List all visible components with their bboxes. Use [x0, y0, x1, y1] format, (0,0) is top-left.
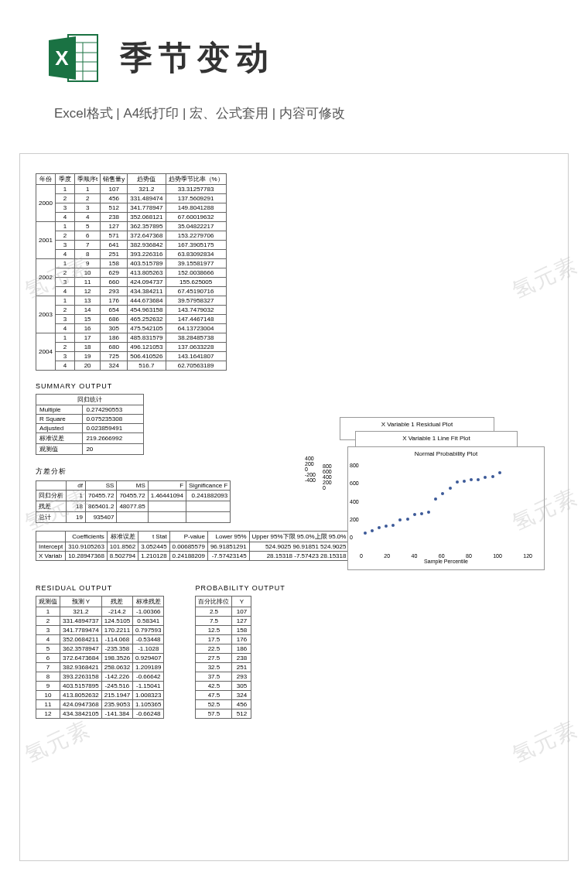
summary-head: SUMMARY OUTPUT: [36, 382, 552, 390]
probability-head: PROBABILITY OUTPUT: [195, 584, 285, 592]
coefficients-table: Coefficients标准误差t StatP-valueLower 95%Up…: [36, 531, 349, 561]
regression-stats-table: 回归统计 Multiple0.274290553R Square0.075235…: [36, 394, 144, 455]
probability-plot-chart: Normal Probability Plot 020406080100120 …: [347, 446, 545, 570]
document-page: 年份季度季顺序t销售量y趋势值趋势季节比率（%） 200011107321.23…: [19, 153, 569, 861]
seasonal-table: 年份季度季顺序t销售量y趋势值趋势季节比率（%） 200011107321.23…: [36, 173, 227, 371]
excel-icon: X: [46, 31, 101, 85]
page-title: 季节变动: [120, 36, 275, 80]
residual-table: 观测值预测 Y残差标准残差 1321.2-214.2-1.003662331.4…: [36, 596, 164, 719]
svg-text:X: X: [55, 46, 69, 70]
residual-head: RESIDUAL OUTPUT: [36, 584, 164, 592]
probability-table: 百分比排位Y 2.51077.512712.515817.517622.5186…: [195, 596, 251, 719]
page-subtitle: Excel格式 | A4纸打印 | 宏、公式套用 | 内容可修改: [0, 101, 588, 138]
anova-table: dfSSMSFSignificance F 回归分析170455.7270455…: [36, 480, 231, 523]
